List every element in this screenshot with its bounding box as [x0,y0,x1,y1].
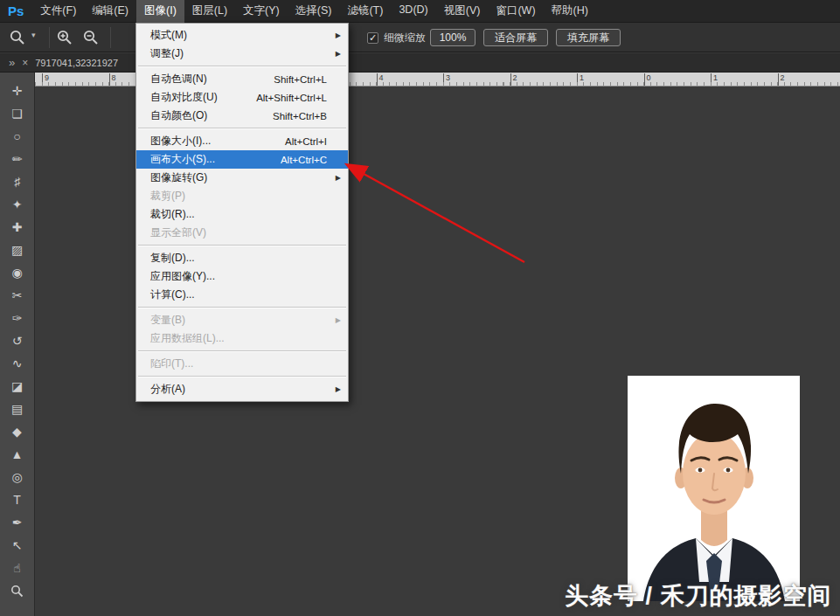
menu-item-trim[interactable]: 裁切(R)... [136,205,348,224]
menu-item-label: 复制(D)... [150,251,195,266]
menu-item-image-rotation[interactable]: 图像旋转(G)▶ [136,169,348,187]
menu-item-label: 图像大小(I)... [150,134,211,149]
ruler-label: 1 [711,73,718,86]
zoom-in-button[interactable] [56,28,77,47]
rectangular-marquee-tool-icon[interactable]: ❏ [0,102,34,125]
hand-tool-icon[interactable]: ☝ [0,557,34,579]
patch-tool-icon[interactable]: ▨ [0,239,34,261]
tab-collapse-icon[interactable]: » [0,56,20,69]
history-brush-tool-icon[interactable]: ↺ [0,329,34,352]
menu-separator [138,128,346,129]
menu-item-label: 调整(J) [150,46,184,61]
zoom-out-button[interactable] [82,28,103,47]
move-tool-icon[interactable]: ✛ [0,80,34,102]
options-bar: ▾ 细微缩放 100% 适合屏幕 填充屏幕 [0,23,840,52]
brush-tool-icon[interactable]: ✑ [0,307,34,329]
menu-item-variables: 变量(B)▶ [136,311,348,329]
menubar-item-图像(I)[interactable]: 图像(I) [136,0,184,23]
menubar-item-帮助(H)[interactable]: 帮助(H) [544,0,596,23]
lasso-tool-icon[interactable]: ○ [0,125,34,148]
zoom-100-button[interactable]: 100% [430,29,476,46]
pen-tool-icon[interactable]: ✒ [0,511,34,534]
menu-separator [138,350,346,352]
menu-item-image-size[interactable]: 图像大小(I)...Alt+Ctrl+I [136,132,348,150]
menubar-items: 文件(F)编辑(E)图像(I)图层(L)文字(Y)选择(S)滤镜(T)3D(D)… [32,0,596,23]
blur-tool-icon[interactable]: ◆ [0,420,34,443]
menu-item-label: 分析(A) [150,382,185,397]
options-separator [49,27,50,48]
submenu-arrow-icon: ▶ [332,31,341,39]
menu-item-auto-color[interactable]: 自动颜色(O)Shift+Ctrl+B [136,107,348,125]
menu-item-mode[interactable]: 模式(M)▶ [136,26,348,45]
spot-healing-brush-tool-icon[interactable]: ✚ [0,216,34,239]
eraser-tool-icon[interactable]: ◪ [0,375,34,398]
menu-separator [138,66,346,67]
menu-item-adjustments[interactable]: 调整(J)▶ [136,45,348,63]
ruler-label: 1 [577,73,584,86]
ruler-label: 2 [778,73,785,86]
image-menu-dropdown: 模式(M)▶调整(J)▶自动色调(N)Shift+Ctrl+L自动对比度(U)A… [135,23,349,402]
menu-item-shortcut: Shift+Ctrl+B [273,111,332,121]
menu-item-label: 应用图像(Y)... [150,269,215,284]
menubar-item-图层(L)[interactable]: 图层(L) [184,0,235,23]
photoshop-logo: Ps [0,3,32,18]
menu-item-label: 模式(M) [150,28,187,43]
crop-tool-icon[interactable]: ♯ [0,170,34,193]
menu-item-shortcut: Shift+Ctrl+L [274,74,332,85]
path-selection-tool-icon[interactable]: ↖ [0,534,34,557]
type-tool-icon[interactable]: T [0,488,34,511]
menu-item-label: 自动对比度(U) [150,90,218,105]
dodge-tool-icon[interactable]: ◎ [0,466,34,488]
menu-item-label: 计算(C)... [150,287,195,302]
submenu-arrow-icon: ▶ [332,174,341,182]
slice-tool-icon[interactable]: ✂ [0,284,34,307]
menubar-item-文字(Y)[interactable]: 文字(Y) [235,0,288,23]
menu-separator [138,245,346,246]
menu-item-shortcut: Alt+Ctrl+I [285,136,332,147]
menu-item-duplicate[interactable]: 复制(D)... [136,249,348,267]
ruler-label: 0 [644,73,651,86]
document-tab-bar: » × 7917041,32321927 [0,53,840,73]
menu-separator [138,307,346,308]
menu-item-auto-contrast[interactable]: 自动对比度(U)Alt+Shift+Ctrl+L [136,88,348,107]
submenu-arrow-icon: ▶ [332,316,341,324]
mixer-brush-tool-icon[interactable]: ∿ [0,352,34,375]
fill-screen-button[interactable]: 填充屏幕 [556,29,621,46]
clone-stamp-tool-icon[interactable]: ◉ [0,261,34,284]
menubar-item-编辑(E)[interactable]: 编辑(E) [84,0,136,23]
menubar-item-窗口(W)[interactable]: 窗口(W) [488,0,543,23]
tool-preset-caret-icon[interactable]: ▾ [31,31,36,39]
menubar-item-文件(F)[interactable]: 文件(F) [32,0,84,23]
menu-item-calculations[interactable]: 计算(C)... [136,286,348,304]
sharpen-tool-icon[interactable]: ▲ [0,443,34,466]
fit-screen-button[interactable]: 适合屏幕 [483,29,548,46]
menu-item-label: 图像旋转(G) [150,170,207,185]
watermark-text: 头条号 / 禾刀的摄影空间 [565,580,832,612]
menu-item-crop: 裁剪(P) [136,187,348,205]
scrubby-zoom-label: 细微缩放 [384,31,426,45]
zoom-tool-preset-icon[interactable] [9,29,28,46]
eyedropper-tool-icon[interactable]: ✦ [0,193,34,216]
menubar-item-3D(D)[interactable]: 3D(D) [391,0,435,23]
ruler-label: 2 [510,73,517,86]
menu-item-apply-image[interactable]: 应用图像(Y)... [136,267,348,286]
scrubby-zoom-checkbox[interactable] [367,32,378,44]
menu-item-label: 自动色调(N) [150,72,207,87]
menu-item-label: 陷印(T)... [150,356,193,371]
tab-close-icon[interactable]: × [20,57,35,69]
menu-item-label: 裁剪(P) [150,189,185,204]
menubar-item-视图(V)[interactable]: 视图(V) [436,0,489,23]
menu-item-label: 变量(B) [150,313,185,328]
menubar-item-选择(S)[interactable]: 选择(S) [288,0,340,23]
quick-selection-tool-icon[interactable]: ✏ [0,148,34,170]
ruler-label: 9 [42,73,49,86]
menu-item-auto-tone[interactable]: 自动色调(N)Shift+Ctrl+L [136,70,348,88]
menu-item-shortcut: Alt+Ctrl+C [281,155,332,165]
zoom-tool-icon[interactable] [0,579,34,602]
document-tab-title[interactable]: 7917041,32321927 [35,58,118,68]
document-image[interactable] [628,376,800,601]
menubar-item-滤镜(T)[interactable]: 滤镜(T) [339,0,391,23]
gradient-tool-icon[interactable]: ▤ [0,398,34,420]
menu-item-canvas-size[interactable]: 画布大小(S)...Alt+Ctrl+C [136,150,348,169]
menu-item-analysis[interactable]: 分析(A)▶ [136,380,348,398]
